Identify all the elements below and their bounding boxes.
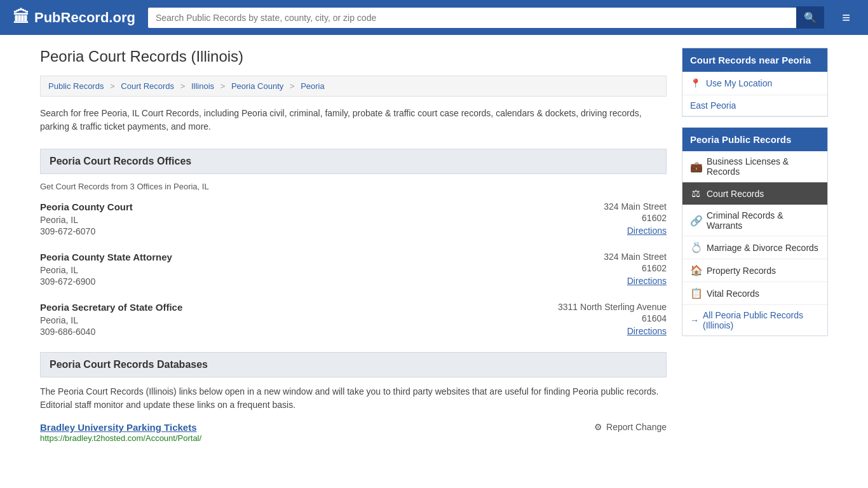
location-icon: 📍 [690, 78, 701, 88]
office-zip-3: 61604 [539, 313, 667, 323]
criminal-icon: 🔗 [690, 215, 702, 227]
site-header: 🏛 PubRecord.org 🔍 ≡ [0, 0, 868, 35]
all-link-label: All Peoria Public Records (Illinois) [703, 310, 820, 330]
sidebar-public-records-box: Peoria Public Records 💼 Business License… [682, 127, 828, 336]
breadcrumb-public-records[interactable]: Public Records [48, 81, 104, 91]
logo-icon: 🏛 [13, 8, 29, 27]
office-name-2: Peoria County State Attorney [40, 252, 527, 262]
sidebar: Court Records near Peoria 📍 Use My Locat… [682, 48, 828, 443]
sidebar-all-link[interactable]: → All Peoria Public Records (Illinois) [682, 305, 827, 336]
office-name-1: Peoria County Court [40, 201, 527, 212]
office-phone-3: 309-686-6040 [40, 327, 527, 337]
breadcrumb-sep-3: > [220, 81, 227, 91]
office-info-1: Peoria County Court Peoria, IL 309-672-6… [40, 201, 527, 236]
report-change-label: Report Change [606, 422, 667, 432]
breadcrumb-court-records[interactable]: Court Records [121, 81, 174, 91]
sidebar-nearby-box: Court Records near Peoria 📍 Use My Locat… [682, 48, 828, 117]
office-entry-3: Peoria Secretary of State Office Peoria,… [40, 302, 667, 337]
sidebar-item-vital-records[interactable]: 📋 Vital Records [682, 282, 827, 305]
use-location-label: Use My Location [706, 78, 772, 88]
db-entry-1: Bradley University Parking Tickets https… [40, 422, 667, 443]
sidebar-item-property-records[interactable]: 🏠 Property Records [682, 259, 827, 282]
hamburger-icon: ≡ [842, 10, 850, 25]
sidebar-item-criminal-records[interactable]: 🔗 Criminal Records & Warrants [682, 205, 827, 236]
page-description: Search for free Peoria, IL Court Records… [40, 107, 667, 133]
search-button[interactable]: 🔍 [796, 6, 824, 29]
sidebar-item-marriage-divorce[interactable]: 💍 Marriage & Divorce Records [682, 236, 827, 259]
sidebar-label-business: Business Licenses & Records [707, 156, 820, 177]
office-street-1: 324 Main Street [539, 201, 667, 212]
offices-subtitle: Get Court Records from 3 Offices in Peor… [40, 182, 667, 191]
sidebar-item-court-records[interactable]: ⚖ Court Records [682, 182, 827, 205]
nearby-city-link[interactable]: East Peoria [682, 95, 827, 116]
office-info-2: Peoria County State Attorney Peoria, IL … [40, 252, 527, 287]
office-street-3: 3311 North Sterling Avenue [539, 302, 667, 312]
db-entry-left-1: Bradley University Parking Tickets https… [40, 422, 201, 443]
page-title: Peoria Court Records (Illinois) [40, 48, 667, 65]
main-content: Peoria Court Records (Illinois) Public R… [40, 48, 667, 443]
sidebar-item-business-licenses[interactable]: 💼 Business Licenses & Records [682, 151, 827, 182]
menu-button[interactable]: ≡ [837, 7, 855, 29]
report-change-btn[interactable]: ⚙ Report Change [594, 422, 667, 432]
databases-section-header: Peoria Court Records Databases [40, 352, 667, 377]
marriage-icon: 💍 [690, 241, 702, 254]
directions-link-3[interactable]: Directions [627, 326, 667, 336]
office-city-2: Peoria, IL [40, 265, 527, 275]
site-logo[interactable]: 🏛 PubRecord.org [13, 8, 135, 27]
vital-icon: 📋 [690, 287, 702, 299]
breadcrumb-sep-1: > [110, 81, 117, 91]
sidebar-label-criminal: Criminal Records & Warrants [707, 210, 820, 231]
office-info-3: Peoria Secretary of State Office Peoria,… [40, 302, 527, 337]
databases-description: The Peoria Court Records (Illinois) link… [40, 385, 667, 412]
office-name-3: Peoria Secretary of State Office [40, 302, 527, 313]
breadcrumb-sep-4: > [290, 81, 297, 91]
office-city-1: Peoria, IL [40, 215, 527, 225]
search-icon: 🔍 [804, 12, 817, 23]
breadcrumb-sep-2: > [180, 81, 187, 91]
logo-text: PubRecord.org [34, 10, 135, 26]
breadcrumb-peoria-county[interactable]: Peoria County [231, 81, 283, 91]
office-zip-2: 61602 [539, 263, 667, 273]
property-icon: 🏠 [690, 264, 702, 276]
search-bar: 🔍 [148, 6, 824, 29]
use-location-btn[interactable]: 📍 Use My Location [682, 72, 827, 95]
office-city-3: Peoria, IL [40, 315, 527, 325]
search-input[interactable] [148, 8, 796, 28]
office-entry-2: Peoria County State Attorney Peoria, IL … [40, 252, 667, 287]
sidebar-label-marriage: Marriage & Divorce Records [707, 243, 818, 253]
office-zip-1: 61602 [539, 213, 667, 223]
sidebar-label-court: Court Records [707, 189, 764, 199]
office-address-1: 324 Main Street 61602 Directions [539, 201, 667, 236]
sidebar-label-property: Property Records [707, 266, 776, 276]
db-link-1[interactable]: Bradley University Parking Tickets [40, 422, 197, 433]
office-address-2: 324 Main Street 61602 Directions [539, 252, 667, 287]
breadcrumb-illinois[interactable]: Illinois [191, 81, 214, 91]
offices-section-header: Peoria Court Records Offices [40, 149, 667, 174]
db-url-1: https://bradley.t2hosted.com/Account/Por… [40, 433, 201, 443]
main-container: Peoria Court Records (Illinois) Public R… [27, 35, 841, 456]
office-entry-1: Peoria County Court Peoria, IL 309-672-6… [40, 201, 667, 236]
all-link-arrow: → [690, 315, 699, 325]
sidebar-nearby-title: Court Records near Peoria [682, 48, 827, 72]
breadcrumb: Public Records > Court Records > Illinoi… [40, 76, 667, 97]
breadcrumb-peoria[interactable]: Peoria [301, 81, 325, 91]
office-phone-1: 309-672-6070 [40, 226, 527, 236]
report-change-icon: ⚙ [594, 422, 602, 432]
business-icon: 💼 [690, 161, 702, 173]
sidebar-public-records-title: Peoria Public Records [682, 128, 827, 151]
office-street-2: 324 Main Street [539, 252, 667, 262]
court-icon: ⚖ [690, 187, 702, 200]
databases-section: Peoria Court Records Databases The Peori… [40, 352, 667, 443]
office-phone-2: 309-672-6900 [40, 276, 527, 287]
directions-link-1[interactable]: Directions [627, 226, 667, 236]
directions-link-2[interactable]: Directions [627, 276, 667, 286]
office-address-3: 3311 North Sterling Avenue 61604 Directi… [539, 302, 667, 337]
sidebar-label-vital: Vital Records [707, 288, 759, 299]
